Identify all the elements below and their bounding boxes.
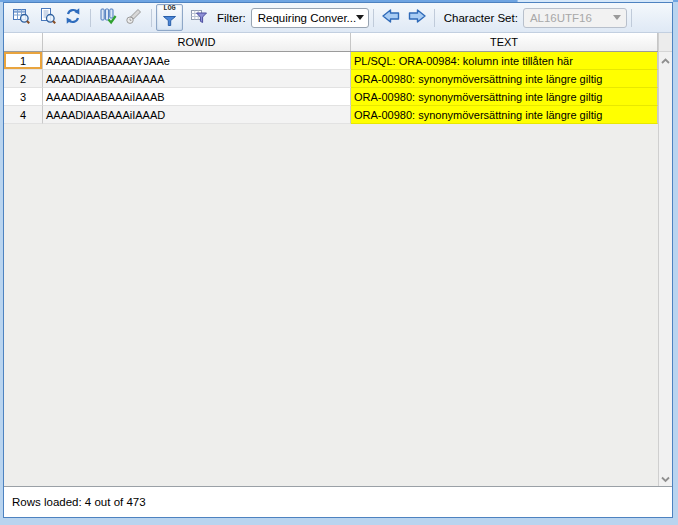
previous-page-button[interactable] — [378, 8, 404, 28]
charset-label: Character Set: — [444, 12, 518, 24]
convert-columns-button[interactable] — [95, 5, 121, 31]
view-log-icon — [38, 7, 56, 29]
refresh-icon — [64, 7, 82, 29]
rownum-cell[interactable]: 3 — [4, 88, 43, 106]
edit-disabled-icon — [125, 7, 143, 29]
charset-dropdown-value: AL16UTF16 — [530, 12, 592, 24]
charset-dropdown-disabled: AL16UTF16 — [523, 8, 627, 28]
toolbar-separator — [373, 9, 374, 27]
chevron-up-icon — [660, 51, 671, 69]
text-cell-highlighted[interactable]: ORA-00980: synonymöversättning inte läng… — [351, 106, 658, 124]
next-page-button[interactable] — [404, 8, 430, 28]
rowid-cell[interactable]: AAAADlAABAAAiIAAAA — [43, 70, 351, 88]
scrollbar-up-button[interactable] — [659, 52, 672, 68]
grid-header-row: ROWID TEXT — [4, 33, 658, 52]
log-filter-toggle-icon — [163, 12, 176, 30]
query-data-icon — [12, 7, 30, 29]
back-arrow-icon — [380, 8, 402, 28]
rowid-cell[interactable]: AAAADlAABAAAiIAAAB — [43, 88, 351, 106]
columns-check-icon — [99, 7, 117, 29]
toolbar-separator — [631, 9, 632, 27]
filter-grid-button[interactable] — [186, 5, 212, 31]
data-grid: ROWID TEXT 1 AAAADlAABAAAAYJAAe PL/SQL: … — [4, 33, 672, 486]
header-rowid[interactable]: ROWID — [43, 33, 351, 51]
toolbar-separator — [151, 9, 152, 27]
toolbar: LOG Filter: Requiring Conver... — [4, 3, 672, 33]
data-grid-main: ROWID TEXT 1 AAAADlAABAAAAYJAAe PL/SQL: … — [4, 33, 658, 486]
header-rownum[interactable] — [4, 33, 43, 51]
table-row: 2 AAAADlAABAAAiIAAAA ORA-00980: synonymö… — [4, 70, 658, 88]
view-log-button[interactable] — [34, 5, 60, 31]
rowid-cell[interactable]: AAAADlAABAAAAYJAAe — [43, 52, 351, 70]
rows-loaded-status: Rows loaded: 4 out of 473 — [12, 496, 146, 508]
table-row: 3 AAAADlAABAAAiIAAAB ORA-00980: synonymö… — [4, 88, 658, 106]
grid-empty-area — [4, 124, 658, 486]
filter-grid-icon — [190, 7, 208, 29]
rowid-cell[interactable]: AAAADlAABAAAiIAAAD — [43, 106, 351, 124]
filter-dropdown[interactable]: Requiring Conver... — [251, 8, 369, 28]
query-data-button[interactable] — [8, 5, 34, 31]
scrollbar-header-gap — [659, 33, 672, 52]
data-viewer-window: LOG Filter: Requiring Conver... — [3, 2, 673, 518]
text-cell-highlighted[interactable]: ORA-00980: synonymöversättning inte läng… — [351, 70, 658, 88]
dropdown-caret-icon — [613, 15, 621, 20]
scrollbar-down-button[interactable] — [659, 470, 672, 486]
forward-arrow-icon — [406, 8, 428, 28]
rownum-cell[interactable]: 4 — [4, 106, 43, 124]
vertical-scrollbar[interactable] — [658, 33, 672, 486]
chevron-down-icon — [660, 469, 671, 487]
scrollbar-track[interactable] — [659, 68, 672, 470]
rownum-cell-selected[interactable]: 1 — [4, 52, 43, 70]
refresh-button[interactable] — [60, 5, 86, 31]
table-row: 1 AAAADlAABAAAAYJAAe PL/SQL: ORA-00984: … — [4, 52, 658, 70]
header-text[interactable]: TEXT — [351, 33, 658, 51]
log-filter-toggle-label: LOG — [163, 5, 176, 12]
toolbar-separator — [90, 9, 91, 27]
filter-dropdown-value: Requiring Conver... — [258, 12, 356, 24]
edit-data-button-disabled — [121, 5, 147, 31]
dropdown-caret-icon — [356, 15, 364, 20]
rownum-cell[interactable]: 2 — [4, 70, 43, 88]
status-bar: Rows loaded: 4 out of 473 — [4, 486, 672, 517]
filter-label: Filter: — [217, 12, 246, 24]
toolbar-separator — [434, 9, 435, 27]
text-cell-highlighted[interactable]: ORA-00980: synonymöversättning inte läng… — [351, 88, 658, 106]
log-filter-toggle-button[interactable]: LOG — [156, 4, 183, 31]
text-cell-highlighted[interactable]: PL/SQL: ORA-00984: kolumn inte tillåten … — [351, 52, 658, 70]
table-row: 4 AAAADlAABAAAiIAAAD ORA-00980: synonymö… — [4, 106, 658, 124]
